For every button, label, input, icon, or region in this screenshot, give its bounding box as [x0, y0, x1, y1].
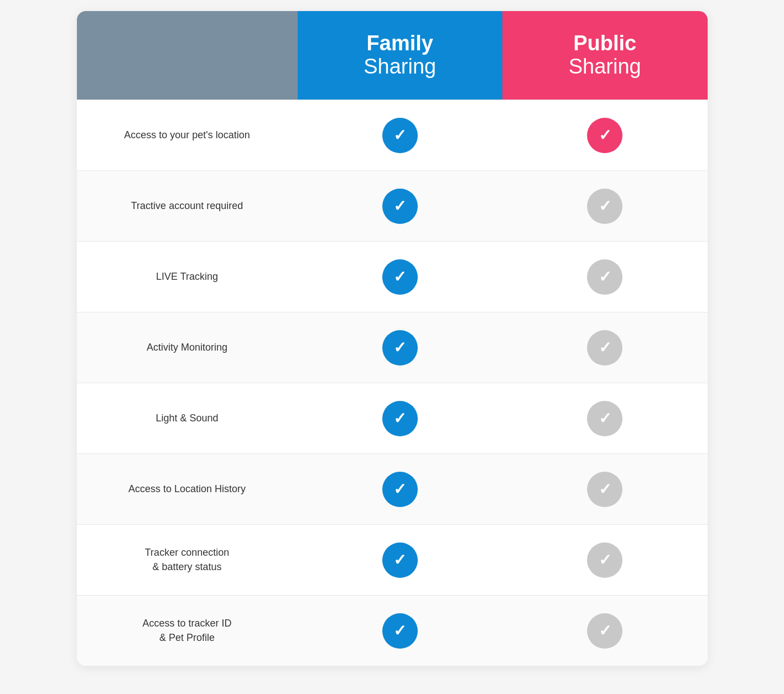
checkmark-icon: ✓	[393, 128, 406, 143]
family-check-cell: ✓	[298, 454, 503, 524]
family-check-cell: ✓	[298, 242, 503, 312]
family-check-cell: ✓	[298, 171, 503, 241]
public-check-cell: ✓	[502, 312, 708, 383]
family-check-cell: ✓	[298, 525, 503, 595]
row-label: LIVE Tracking	[77, 242, 298, 312]
family-check-icon: ✓	[382, 259, 418, 295]
checkmark-icon: ✓	[393, 482, 406, 497]
public-title-bold: Public	[573, 32, 636, 55]
public-check-cell: ✓	[502, 525, 708, 595]
public-check-cell: ✓	[502, 171, 708, 241]
family-check-icon: ✓	[382, 189, 418, 224]
public-check-cell: ✓	[502, 100, 708, 170]
public-check-icon: ✓	[587, 259, 622, 295]
table-row: Access to tracker ID& Pet Profile✓✓	[77, 595, 708, 666]
checkmark-icon: ✓	[599, 552, 611, 568]
family-title-bold: Family	[367, 32, 433, 55]
checkmark-icon: ✓	[393, 552, 406, 568]
checkmark-icon: ✓	[599, 482, 611, 497]
family-check-cell: ✓	[298, 596, 503, 666]
family-check-cell: ✓	[298, 383, 503, 453]
row-label: Tracker connection& battery status	[77, 525, 298, 595]
public-check-icon: ✓	[587, 118, 622, 153]
table-row: Access to Location History✓✓	[77, 453, 708, 524]
public-check-cell: ✓	[502, 242, 708, 312]
header-family-sharing: Family Sharing	[298, 11, 503, 100]
public-check-icon: ✓	[587, 401, 622, 436]
header-empty-cell	[77, 11, 298, 100]
family-check-icon: ✓	[382, 542, 418, 578]
table-row: Tracker connection& battery status✓✓	[77, 524, 708, 595]
checkmark-icon: ✓	[599, 623, 611, 639]
table-row: LIVE Tracking✓✓	[77, 241, 708, 312]
family-check-icon: ✓	[382, 401, 418, 436]
public-check-icon: ✓	[587, 189, 622, 224]
checkmark-icon: ✓	[393, 623, 406, 639]
row-label: Light & Sound	[77, 383, 298, 453]
row-label: Access to tracker ID& Pet Profile	[77, 596, 298, 666]
public-check-icon: ✓	[587, 330, 622, 366]
checkmark-icon: ✓	[599, 340, 611, 356]
family-check-icon: ✓	[382, 330, 418, 366]
public-check-cell: ✓	[502, 596, 708, 666]
table-row: Tractive account required✓✓	[77, 170, 708, 241]
comparison-table: Family Sharing Public Sharing Access to …	[77, 11, 708, 666]
checkmark-icon: ✓	[599, 269, 611, 285]
row-label: Access to your pet's location	[77, 100, 298, 170]
checkmark-icon: ✓	[393, 340, 406, 356]
row-label: Access to Location History	[77, 454, 298, 524]
checkmark-icon: ✓	[599, 199, 611, 214]
family-check-cell: ✓	[298, 312, 503, 383]
checkmark-icon: ✓	[393, 411, 406, 426]
table-row: Activity Monitoring✓✓	[77, 312, 708, 383]
public-check-cell: ✓	[502, 383, 708, 453]
table-body: Access to your pet's location✓✓Tractive …	[77, 100, 708, 666]
checkmark-icon: ✓	[393, 199, 406, 214]
family-check-icon: ✓	[382, 613, 418, 649]
header-public-sharing: Public Sharing	[502, 11, 708, 100]
family-check-cell: ✓	[298, 100, 503, 170]
public-check-icon: ✓	[587, 613, 622, 649]
family-check-icon: ✓	[382, 472, 418, 507]
public-title-light: Sharing	[569, 55, 641, 79]
table-header: Family Sharing Public Sharing	[77, 11, 708, 100]
checkmark-icon: ✓	[599, 128, 611, 143]
checkmark-icon: ✓	[599, 411, 611, 426]
table-row: Access to your pet's location✓✓	[77, 100, 708, 170]
row-label: Activity Monitoring	[77, 312, 298, 383]
public-check-icon: ✓	[587, 472, 622, 507]
table-row: Light & Sound✓✓	[77, 383, 708, 453]
family-check-icon: ✓	[382, 118, 418, 153]
public-check-cell: ✓	[502, 454, 708, 524]
checkmark-icon: ✓	[393, 269, 406, 285]
family-title-light: Sharing	[364, 55, 436, 79]
row-label: Tractive account required	[77, 171, 298, 241]
public-check-icon: ✓	[587, 542, 622, 578]
